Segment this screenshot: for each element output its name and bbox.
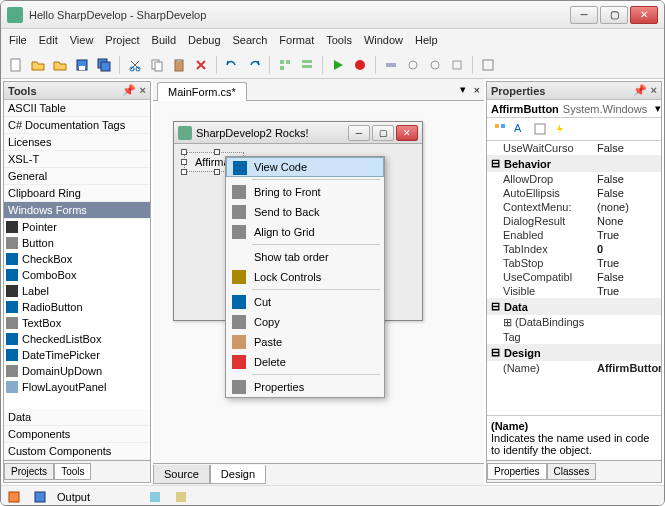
tool-category[interactable]: Licenses xyxy=(4,134,150,151)
tool-category[interactable]: Data xyxy=(4,409,150,426)
tab-projects[interactable]: Projects xyxy=(4,463,54,480)
tab-tools[interactable]: Tools xyxy=(54,463,91,480)
prop-value[interactable]: True xyxy=(597,229,657,241)
trace-icon[interactable] xyxy=(448,56,466,74)
save-icon[interactable] xyxy=(73,56,91,74)
collapse-icon[interactable]: ⊟ xyxy=(491,346,500,359)
tab-source[interactable]: Source xyxy=(153,465,210,484)
menu-item-view-code[interactable]: View Code xyxy=(226,157,384,177)
tab-menu-icon[interactable]: ▾ xyxy=(456,79,470,100)
redo-icon[interactable] xyxy=(245,56,263,74)
prop-row[interactable]: UseWaitCursoFalse xyxy=(487,141,661,155)
tab-classes[interactable]: Classes xyxy=(547,463,597,480)
tab-design[interactable]: Design xyxy=(210,465,266,484)
menu-item-bring-to-front[interactable]: Bring to Front xyxy=(226,182,384,202)
window-icon[interactable] xyxy=(479,56,497,74)
output-tab[interactable]: Output xyxy=(57,491,90,503)
tool-category[interactable]: C# Documentation Tags xyxy=(4,117,150,134)
panel-close-icon[interactable]: × xyxy=(651,84,657,97)
prop-value[interactable]: False xyxy=(597,142,657,154)
menu-item-align-to-grid[interactable]: Align to Grid xyxy=(226,222,384,242)
alphabetical-icon[interactable]: A xyxy=(511,120,529,138)
delete-icon[interactable] xyxy=(192,56,210,74)
prop-row[interactable]: DialogResultNone xyxy=(487,214,661,228)
tool-category[interactable]: XSL-T xyxy=(4,151,150,168)
prop-row[interactable]: AutoEllipsisFalse xyxy=(487,186,661,200)
categorized-icon[interactable] xyxy=(491,120,509,138)
menu-item-properties[interactable]: Properties xyxy=(226,377,384,397)
prop-row[interactable]: TabStopTrue xyxy=(487,256,661,270)
panel-close-icon[interactable]: × xyxy=(140,84,146,97)
collapse-icon[interactable]: ⊟ xyxy=(491,157,500,170)
tab-close-icon[interactable]: × xyxy=(470,80,484,100)
menu-window[interactable]: Window xyxy=(364,34,403,46)
tool-item-pointer[interactable]: Pointer xyxy=(4,219,150,235)
menu-file[interactable]: File xyxy=(9,34,27,46)
tool-item-combobox[interactable]: ComboBox xyxy=(4,267,150,283)
open-project-icon[interactable] xyxy=(51,56,69,74)
prop-row[interactable]: TabIndex0 xyxy=(487,242,661,256)
prop-row[interactable]: AllowDropFalse xyxy=(487,172,661,186)
tool-item-checkbox[interactable]: CheckBox xyxy=(4,251,150,267)
prop-row[interactable]: (Name)AffirmButton xyxy=(487,361,661,375)
layout2-icon[interactable] xyxy=(298,56,316,74)
prop-value[interactable]: False xyxy=(597,271,657,283)
prop-value[interactable]: None xyxy=(597,215,657,227)
tool-item-checkedlistbox[interactable]: CheckedListBox xyxy=(4,331,150,347)
menu-item-copy[interactable]: Copy xyxy=(226,312,384,332)
maximize-button[interactable]: ▢ xyxy=(600,6,628,24)
output-icon2[interactable] xyxy=(31,488,49,506)
prop-row[interactable]: VisibleTrue xyxy=(487,284,661,298)
tool-category[interactable]: ASCII Table xyxy=(4,100,150,117)
prop-row[interactable]: UseCompatiblFalse xyxy=(487,270,661,284)
menu-help[interactable]: Help xyxy=(415,34,438,46)
menu-tools[interactable]: Tools xyxy=(326,34,352,46)
output-icon3[interactable] xyxy=(146,488,164,506)
debug-icon[interactable] xyxy=(426,56,444,74)
menu-item-paste[interactable]: Paste xyxy=(226,332,384,352)
tab-properties[interactable]: Properties xyxy=(487,463,547,480)
tool-category[interactable]: Components xyxy=(4,426,150,443)
step-icon[interactable] xyxy=(382,56,400,74)
properties-object-combo[interactable]: AffirmButton System.Windows ▾ xyxy=(487,100,661,118)
menu-build[interactable]: Build xyxy=(152,34,176,46)
breakpoint-icon[interactable] xyxy=(404,56,422,74)
tool-category[interactable]: Custom Components xyxy=(4,443,150,460)
output-icon4[interactable] xyxy=(172,488,190,506)
menu-item-cut[interactable]: Cut xyxy=(226,292,384,312)
tool-category[interactable]: Clipboard Ring xyxy=(4,185,150,202)
prop-row[interactable]: ContextMenu:(none) xyxy=(487,200,661,214)
prop-row[interactable]: ⊞ (DataBindings xyxy=(487,315,661,330)
run-icon[interactable] xyxy=(329,56,347,74)
menu-edit[interactable]: Edit xyxy=(39,34,58,46)
prop-value[interactable] xyxy=(597,331,657,343)
tool-category[interactable]: General xyxy=(4,168,150,185)
pin-icon[interactable]: 📌 xyxy=(633,84,647,97)
collapse-icon[interactable]: ⊟ xyxy=(491,300,500,313)
menu-item-show-tab-order[interactable]: Show tab order xyxy=(226,247,384,267)
menu-view[interactable]: View xyxy=(70,34,94,46)
tool-item-label[interactable]: Label xyxy=(4,283,150,299)
tool-item-domainupdown[interactable]: DomainUpDown xyxy=(4,363,150,379)
layout-icon[interactable] xyxy=(276,56,294,74)
prop-row[interactable]: Tag xyxy=(487,330,661,344)
tool-item-datetimepicker[interactable]: DateTimePicker xyxy=(4,347,150,363)
prop-value[interactable]: (none) xyxy=(597,201,657,213)
props-icon[interactable] xyxy=(531,120,549,138)
new-file-icon[interactable] xyxy=(7,56,25,74)
tool-category[interactable]: Windows Forms xyxy=(4,202,150,219)
paste-icon[interactable] xyxy=(170,56,188,74)
close-button[interactable]: ✕ xyxy=(630,6,658,24)
tool-item-flowlayoutpanel[interactable]: FlowLayoutPanel xyxy=(4,379,150,395)
minimize-button[interactable]: ─ xyxy=(570,6,598,24)
menu-item-lock-controls[interactable]: Lock Controls xyxy=(226,267,384,287)
tool-item-button[interactable]: Button xyxy=(4,235,150,251)
prop-value[interactable]: 0 xyxy=(597,243,657,255)
cut-icon[interactable] xyxy=(126,56,144,74)
copy-icon[interactable] xyxy=(148,56,166,74)
menu-project[interactable]: Project xyxy=(105,34,139,46)
prop-value[interactable]: True xyxy=(597,257,657,269)
output-icon1[interactable] xyxy=(5,488,23,506)
prop-value[interactable]: False xyxy=(597,187,657,199)
menu-format[interactable]: Format xyxy=(279,34,314,46)
